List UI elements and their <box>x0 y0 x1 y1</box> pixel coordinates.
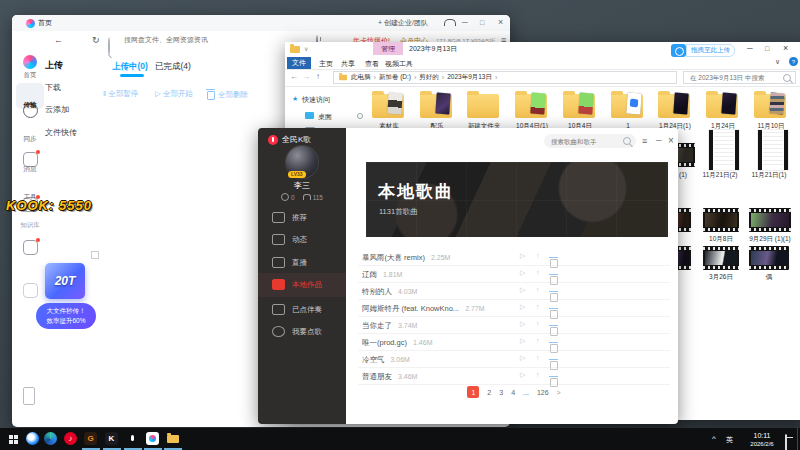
song-row[interactable]: 阿姆斯特丹 (feat. KnowKno...2.77M ▷ ↑ <box>358 299 670 317</box>
forward-icon[interactable]: → <box>302 73 310 81</box>
song-row[interactable]: 冷空气3.06M ▷ ↑ <box>358 350 670 368</box>
breadcrumb-folder[interactable]: 剪好的 <box>419 73 439 82</box>
start-button[interactable] <box>6 432 20 446</box>
refresh-icon[interactable]: ↻ <box>92 36 100 45</box>
minimize-icon[interactable]: ─ <box>747 45 753 53</box>
address-bar[interactable]: 此电脑 › 新加卷 (D:) › 剪好的 › 2023年9月13日 › <box>333 71 677 84</box>
menu-quick-transfer[interactable]: 文件快传 <box>45 127 77 138</box>
up-icon[interactable]: ↑ <box>316 73 320 81</box>
tab-uploading[interactable]: 上传中(0) <box>112 61 148 73</box>
wesing-taskbar-icon[interactable] <box>126 432 140 446</box>
page-1[interactable]: 1 <box>467 386 479 398</box>
folder-item[interactable] <box>611 94 643 118</box>
blue-app-icon[interactable] <box>26 432 40 446</box>
close-icon[interactable]: × <box>783 44 788 53</box>
sidebar-item-local-works[interactable]: 本地作品 <box>292 280 322 290</box>
tray-expand-icon[interactable]: ^ <box>712 434 716 450</box>
play-icon[interactable]: ▷ <box>520 252 525 260</box>
netdisk-search-input[interactable] <box>122 35 256 44</box>
explorer-search-input[interactable] <box>688 73 783 82</box>
breadcrumb-drive-d[interactable]: 新加卷 (D:) <box>379 73 411 82</box>
folder-item[interactable] <box>706 94 738 118</box>
song-row[interactable]: 普通朋友3.46M ▷ ↑ <box>358 367 670 385</box>
play-icon[interactable]: ▷ <box>520 320 525 328</box>
close-icon[interactable]: × <box>498 18 503 27</box>
video-file-item[interactable] <box>758 130 788 170</box>
promo-20t-pill[interactable]: 大文件秒传！ 效率提升60% <box>36 303 96 329</box>
sidebar-item-messages[interactable]: 消息 <box>16 165 44 174</box>
ribbon-tab-file[interactable]: 文件 <box>287 57 311 69</box>
netdisk-drag-upload-badge[interactable]: 拖拽至此上传 <box>671 44 735 57</box>
kook-app-icon[interactable]: K <box>105 432 119 446</box>
upload-icon[interactable]: ↑ <box>536 371 540 378</box>
show-desktop-button[interactable] <box>797 428 798 450</box>
page-126[interactable]: 126 <box>537 389 549 396</box>
upload-icon[interactable]: ↑ <box>536 269 540 276</box>
page-2[interactable]: 2 <box>487 389 491 396</box>
maximize-icon[interactable]: □ <box>480 19 484 26</box>
sidebar-item-recommend[interactable]: 推荐 <box>292 213 307 223</box>
manage-contextual-tab[interactable]: 管理 <box>373 42 403 55</box>
maximize-icon[interactable]: □ <box>765 45 769 52</box>
play-icon[interactable]: ▷ <box>520 337 525 345</box>
breadcrumb-current[interactable]: 2023年9月13日 <box>447 73 492 82</box>
explorer-search-box[interactable] <box>683 71 796 84</box>
ime-language-indicator[interactable]: 英 <box>726 435 733 450</box>
folder-item[interactable] <box>372 94 404 118</box>
netdisk-taskbar-icon[interactable] <box>146 432 160 446</box>
nav-desktop[interactable]: 桌面 <box>318 112 332 122</box>
video-file-item[interactable] <box>749 246 789 270</box>
tab-completed[interactable]: 已完成(4) <box>155 61 191 73</box>
sidebar-item-transfer[interactable]: 传输 <box>16 101 44 110</box>
minimize-icon[interactable]: ─ <box>656 137 662 145</box>
sidebar-item-live[interactable]: 直播 <box>292 258 307 268</box>
sidebar-item-home[interactable]: 首页 <box>16 71 44 80</box>
knowledge-icon[interactable] <box>23 283 38 298</box>
folder-item[interactable] <box>563 94 595 118</box>
upload-icon[interactable]: ↑ <box>536 252 540 259</box>
ribbon-expand-icon[interactable]: ∨ <box>775 58 780 65</box>
song-row[interactable]: 唯一(prod.gc)1.46M ▷ ↑ <box>358 333 670 351</box>
home-icon[interactable] <box>23 55 37 69</box>
page-3[interactable]: 3 <box>499 389 503 396</box>
play-icon[interactable]: ▷ <box>520 269 525 277</box>
play-icon[interactable]: ▷ <box>520 354 525 362</box>
sidebar-item-accompaniments[interactable]: 已点伴奏 <box>292 305 322 315</box>
ribbon-tab-share[interactable]: 共享 <box>341 59 355 69</box>
start-all-button[interactable]: ▷ 全部开始 <box>155 89 193 99</box>
edge-browser-icon[interactable] <box>44 432 58 446</box>
song-row[interactable]: 特别的人4.03M ▷ ↑ <box>358 282 670 300</box>
menu-cloud-add[interactable]: 云添加 <box>45 104 69 115</box>
folder-item[interactable] <box>515 94 547 118</box>
wesing-search-box[interactable] <box>544 134 636 148</box>
song-row[interactable]: 辽阔1.81M ▷ ↑ <box>358 265 670 283</box>
menu-icon[interactable]: ≡ <box>642 137 647 146</box>
sidebar-item-sync[interactable]: 同步 <box>16 135 44 144</box>
netease-music-icon[interactable]: ♪ <box>64 432 78 446</box>
next-page-icon[interactable]: > <box>557 389 561 396</box>
help-icon[interactable]: ? <box>789 57 798 66</box>
headset-icon[interactable] <box>444 19 456 26</box>
play-icon[interactable]: ▷ <box>520 286 525 294</box>
video-file-item[interactable] <box>703 208 739 232</box>
close-icon[interactable]: × <box>668 136 674 146</box>
song-row[interactable]: 当你走了3.74M ▷ ↑ <box>358 316 670 334</box>
upload-icon[interactable]: ↑ <box>536 354 540 361</box>
folder-item[interactable] <box>420 94 452 118</box>
g-app-icon[interactable]: G <box>84 432 98 446</box>
pause-all-button[interactable]: ‖ 全部暂停 <box>103 89 138 99</box>
folder-item[interactable] <box>658 94 690 118</box>
promo-close-icon[interactable] <box>91 251 99 259</box>
upload-icon[interactable]: ↑ <box>536 337 540 344</box>
back-icon[interactable]: ← <box>290 73 298 81</box>
play-icon[interactable]: ▷ <box>520 371 525 379</box>
wesing-search-input[interactable] <box>549 137 623 146</box>
nav-quick-access[interactable]: 快速访问 <box>302 95 330 105</box>
ribbon-tab-view[interactable]: 查看 <box>365 59 379 69</box>
upload-icon[interactable]: ↑ <box>536 320 540 327</box>
breadcrumb-this-pc[interactable]: 此电脑 <box>351 73 371 82</box>
sidebar-item-moments[interactable]: 动态 <box>292 235 307 245</box>
qat-chevron-icon[interactable]: ∨ <box>304 46 308 52</box>
explorer-taskbar-icon[interactable] <box>166 432 180 446</box>
video-file-item[interactable] <box>749 208 791 232</box>
